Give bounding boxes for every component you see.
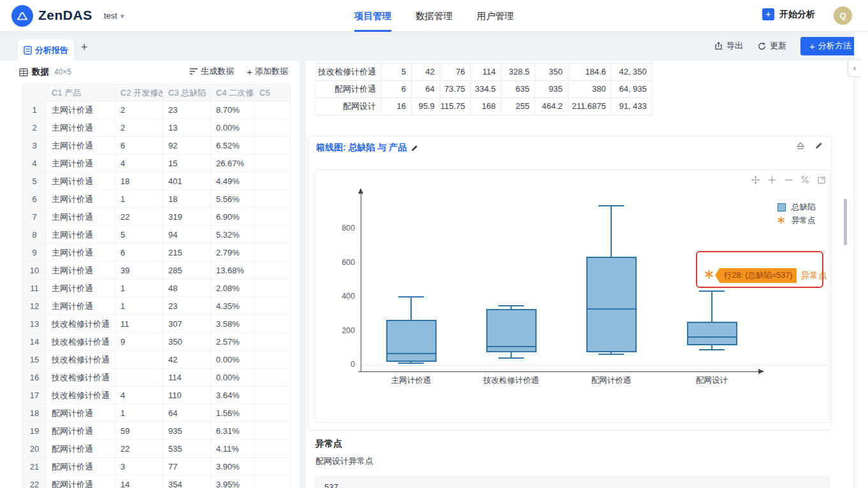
nav-tab-data[interactable]: 数据管理 (416, 0, 452, 32)
table-cell[interactable]: 48 (163, 280, 211, 298)
table-cell[interactable] (254, 387, 291, 405)
table-cell[interactable]: 319 (163, 208, 211, 226)
box-配网计价通[interactable] (586, 257, 637, 352)
table-cell[interactable]: 39 (115, 262, 163, 280)
table-cell[interactable]: 主网计价通 (47, 190, 115, 208)
table-cell[interactable]: 535 (163, 440, 211, 458)
table-cell[interactable]: 64 (163, 405, 211, 422)
table-cell[interactable]: 59 (115, 422, 163, 440)
table-cell[interactable]: 技改检修计价通 (47, 333, 115, 351)
table-cell[interactable]: 2.57% (211, 333, 254, 351)
legend-item-outliers[interactable]: 异常点 (792, 215, 816, 226)
edit-plot-icon[interactable] (816, 174, 827, 185)
table-cell[interactable]: 307 (163, 315, 211, 333)
row-number[interactable]: 18 (23, 405, 47, 422)
table-cell[interactable]: 5.32% (211, 226, 254, 244)
table-cell[interactable] (254, 369, 291, 387)
table-cell[interactable] (254, 226, 291, 244)
new-tab-button[interactable]: + (81, 41, 88, 54)
row-number[interactable]: 16 (23, 369, 47, 387)
table-cell[interactable]: 主网计价通 (47, 208, 115, 226)
table-cell[interactable]: 3 (115, 458, 163, 476)
table-cell[interactable]: 技改检修计价通 (47, 351, 115, 369)
avatar[interactable]: Q (834, 6, 852, 25)
tab-analysis-report[interactable]: 分析报告 (18, 39, 74, 61)
table-cell[interactable]: 4 (115, 387, 163, 405)
row-number[interactable]: 2 (23, 119, 47, 137)
panel-collapse-handle[interactable]: ‹ (848, 59, 861, 77)
table-cell[interactable]: 配网计价通 (47, 458, 115, 476)
vertical-scrollbar-thumb[interactable] (844, 199, 847, 245)
table-cell[interactable]: 1 (115, 298, 163, 315)
table-cell[interactable]: 6.52% (211, 137, 254, 155)
export-button[interactable]: 导出 (714, 40, 743, 52)
zoom-in-icon[interactable] (766, 174, 778, 185)
add-analysis-method-button[interactable]: + 分析方法 (800, 37, 860, 55)
table-cell[interactable] (254, 333, 291, 351)
table-cell[interactable] (254, 190, 291, 208)
table-cell[interactable] (254, 405, 291, 422)
table-cell[interactable] (254, 422, 291, 440)
table-cell[interactable]: 主网计价通 (47, 298, 115, 315)
row-number[interactable]: 11 (23, 280, 47, 298)
table-cell[interactable]: 主网计价通 (47, 244, 115, 262)
row-number[interactable]: 13 (23, 315, 47, 333)
table-cell[interactable]: 350 (163, 333, 211, 351)
column-header[interactable]: C5 (254, 85, 291, 101)
table-cell[interactable]: 22 (115, 208, 163, 226)
table-cell[interactable]: 主网计价通 (47, 280, 115, 298)
table-cell[interactable] (254, 262, 291, 280)
table-cell[interactable]: 配网计价通 (47, 476, 115, 488)
table-cell[interactable]: 26.67% (211, 155, 254, 173)
table-cell[interactable]: 92 (163, 137, 211, 155)
table-cell[interactable]: 22 (115, 440, 163, 458)
column-header[interactable]: C1 产品 (47, 85, 115, 101)
table-cell[interactable] (254, 119, 291, 137)
row-number[interactable]: 21 (23, 458, 47, 476)
table-cell[interactable]: 2 (115, 119, 163, 137)
table-cell[interactable]: 技改检修计价通 (47, 387, 115, 405)
zoom-out-icon[interactable] (783, 174, 794, 185)
table-cell[interactable] (115, 369, 163, 387)
table-cell[interactable] (254, 208, 291, 226)
table-cell[interactable] (254, 351, 291, 369)
nav-tab-project[interactable]: 项目管理 (354, 0, 391, 32)
box-配网设计[interactable] (687, 322, 737, 345)
legend-asterisk-icon[interactable] (777, 216, 785, 224)
row-number[interactable]: 10 (23, 262, 47, 280)
row-number[interactable]: 17 (23, 387, 47, 405)
table-cell[interactable]: 5.56% (211, 190, 254, 208)
row-number[interactable]: 4 (23, 155, 47, 173)
table-cell[interactable]: 配网计价通 (47, 405, 115, 422)
legend-box-marker[interactable] (778, 203, 786, 212)
pan-icon[interactable] (749, 174, 761, 185)
table-cell[interactable]: 18 (163, 190, 211, 208)
table-cell[interactable]: 285 (163, 262, 211, 280)
table-cell[interactable]: 9 (115, 333, 163, 351)
table-cell[interactable]: 14 (115, 476, 163, 488)
row-number[interactable]: 22 (23, 476, 47, 488)
table-cell[interactable] (254, 298, 291, 315)
table-cell[interactable]: 6 (115, 137, 163, 155)
table-cell[interactable] (254, 137, 291, 155)
table-cell[interactable]: 0.00% (211, 351, 254, 369)
table-cell[interactable]: 配网计价通 (47, 440, 115, 458)
start-analysis-button[interactable]: + 开始分析 (762, 8, 815, 20)
table-cell[interactable]: 110 (163, 387, 211, 405)
table-cell[interactable]: 215 (163, 244, 211, 262)
row-number[interactable]: 8 (23, 226, 47, 244)
row-number[interactable]: 6 (23, 190, 47, 208)
table-cell[interactable]: 主网计价通 (47, 226, 115, 244)
table-cell[interactable] (254, 458, 291, 476)
column-header[interactable]: C3 总缺陷 (163, 85, 211, 101)
row-number[interactable]: 1 (23, 101, 47, 119)
box-技改检修计价通[interactable] (486, 309, 537, 352)
refresh-button[interactable]: 更新 (757, 40, 786, 52)
row-number[interactable]: 7 (23, 208, 47, 226)
table-cell[interactable]: 配网计价通 (47, 422, 115, 440)
table-cell[interactable]: 114 (163, 369, 211, 387)
table-cell[interactable]: 5 (115, 226, 163, 244)
table-cell[interactable]: 主网计价通 (47, 155, 115, 173)
table-cell[interactable]: 6.31% (211, 422, 254, 440)
nav-tab-user[interactable]: 用户管理 (477, 0, 514, 32)
